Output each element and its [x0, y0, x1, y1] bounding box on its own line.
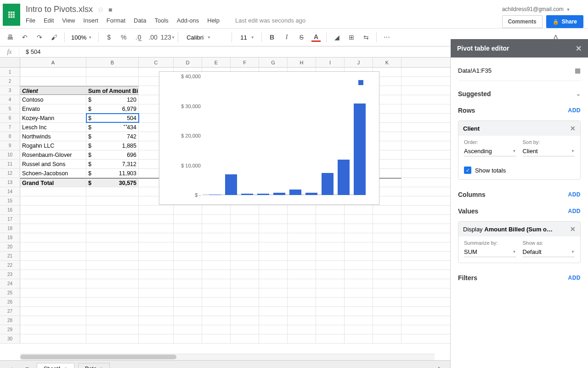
cell-empty[interactable] — [345, 316, 373, 325]
chart-bar[interactable] — [273, 193, 285, 195]
cell-empty[interactable] — [231, 224, 259, 233]
cell-empty[interactable] — [259, 242, 288, 251]
cell-empty[interactable] — [86, 233, 139, 242]
remove-value-icon[interactable]: ✕ — [570, 225, 576, 233]
cell-empty[interactable] — [86, 224, 139, 233]
cell-empty[interactable] — [373, 288, 401, 297]
cell-empty[interactable] — [345, 288, 373, 297]
close-icon[interactable]: ✕ — [576, 44, 582, 53]
cell-empty[interactable] — [316, 261, 345, 270]
row-header[interactable]: 19 — [0, 233, 20, 242]
cell-empty[interactable] — [373, 261, 401, 270]
cell-empty[interactable] — [288, 215, 316, 224]
row-header[interactable]: 10 — [0, 150, 20, 159]
col-header-b[interactable]: B — [86, 58, 139, 67]
cell-empty[interactable] — [288, 288, 316, 297]
cell-empty[interactable] — [345, 242, 373, 251]
cell-empty[interactable] — [174, 270, 202, 279]
cell-empty[interactable] — [345, 298, 373, 306]
pivot-header-sum[interactable]: Sum of Amount Billed — [86, 86, 139, 95]
chart-bar[interactable] — [225, 174, 237, 195]
cell-empty[interactable] — [139, 206, 174, 214]
cell-empty[interactable] — [20, 325, 86, 334]
cell-empty[interactable] — [20, 316, 86, 325]
cell-empty[interactable] — [345, 215, 373, 224]
row-header[interactable]: 14 — [0, 187, 20, 196]
cell-empty[interactable] — [288, 307, 316, 316]
cell-empty[interactable] — [86, 334, 139, 343]
cell-empty[interactable] — [20, 196, 86, 205]
cell-empty[interactable] — [373, 298, 401, 306]
cell-empty[interactable] — [373, 252, 401, 260]
col-header-d[interactable]: D — [174, 58, 202, 67]
cell-empty[interactable] — [345, 233, 373, 242]
row-header[interactable]: 23 — [0, 270, 20, 279]
col-header-g[interactable]: G — [259, 58, 288, 67]
scrollbar-thumb[interactable] — [20, 355, 176, 359]
print-icon[interactable]: 🖶 — [4, 31, 17, 44]
cell-empty[interactable] — [86, 242, 139, 251]
row-header[interactable]: 16 — [0, 206, 20, 214]
horizontal-scrollbar[interactable] — [20, 354, 435, 360]
cell-empty[interactable] — [174, 215, 202, 224]
cell-empty[interactable] — [231, 206, 259, 214]
cell-empty[interactable] — [202, 224, 231, 233]
cell-amount[interactable]: $120 — [86, 95, 139, 104]
row-header[interactable]: 3 — [0, 86, 20, 95]
star-icon[interactable]: ☆ — [97, 5, 104, 14]
row-header[interactable]: 27 — [0, 307, 20, 316]
cell-empty[interactable] — [288, 316, 316, 325]
cell-empty[interactable] — [316, 233, 345, 242]
row-header[interactable]: 20 — [0, 242, 20, 251]
cell-empty[interactable] — [316, 298, 345, 306]
cell-empty[interactable] — [20, 242, 86, 251]
row-header[interactable]: 28 — [0, 316, 20, 325]
zoom-select[interactable]: 100%▼ — [68, 34, 95, 41]
share-button[interactable]: 🔒 Share — [546, 15, 583, 28]
cell-empty[interactable] — [373, 279, 401, 288]
cell-empty[interactable] — [288, 334, 316, 343]
row-header[interactable]: 26 — [0, 298, 20, 306]
cell-empty[interactable] — [231, 215, 259, 224]
cell-empty[interactable] — [288, 242, 316, 251]
cell-empty[interactable] — [20, 68, 86, 76]
account-email[interactable]: achildress91@gmail.com — [502, 6, 564, 12]
row-header[interactable]: 21 — [0, 252, 20, 260]
show-totals-checkbox[interactable]: ✓ — [464, 167, 471, 174]
folder-icon[interactable]: ■ — [108, 6, 112, 13]
cell-empty[interactable] — [202, 288, 231, 297]
cell-client[interactable]: Kozey-Mann — [20, 114, 86, 122]
cell-empty[interactable] — [139, 279, 174, 288]
cell-empty[interactable] — [139, 316, 174, 325]
cell-empty[interactable] — [174, 288, 202, 297]
cell-empty[interactable] — [259, 206, 288, 214]
row-header[interactable]: 8 — [0, 132, 20, 141]
cell-empty[interactable] — [373, 325, 401, 334]
cell-empty[interactable] — [316, 270, 345, 279]
row-header[interactable]: 6 — [0, 114, 20, 122]
cell-empty[interactable] — [86, 288, 139, 297]
cell-empty[interactable] — [174, 261, 202, 270]
cell-empty[interactable] — [202, 334, 231, 343]
cell-empty[interactable] — [316, 316, 345, 325]
cell-empty[interactable] — [316, 215, 345, 224]
cell-empty[interactable] — [288, 325, 316, 334]
cell-empty[interactable] — [202, 215, 231, 224]
chart-bar[interactable] — [209, 195, 221, 195]
dec-decrease-icon[interactable]: .0̲ — [132, 31, 145, 44]
cell-empty[interactable] — [288, 270, 316, 279]
cell-empty[interactable] — [345, 261, 373, 270]
cell-empty[interactable] — [231, 233, 259, 242]
cell-empty[interactable] — [288, 206, 316, 214]
cell-amount[interactable]: $696 — [86, 150, 139, 159]
order-select[interactable]: Ascending▼ — [464, 146, 516, 156]
cell-empty[interactable] — [373, 316, 401, 325]
cell-empty[interactable] — [345, 270, 373, 279]
add-values-button[interactable]: ADD — [568, 208, 581, 214]
borders-icon[interactable]: ⊞ — [345, 31, 358, 44]
font-size-select[interactable]: 11▼ — [236, 34, 258, 41]
cell-empty[interactable] — [20, 288, 86, 297]
row-header[interactable]: 4 — [0, 95, 20, 104]
cell-amount[interactable]: $434 — [86, 123, 139, 132]
chart-bar[interactable] — [241, 194, 253, 195]
